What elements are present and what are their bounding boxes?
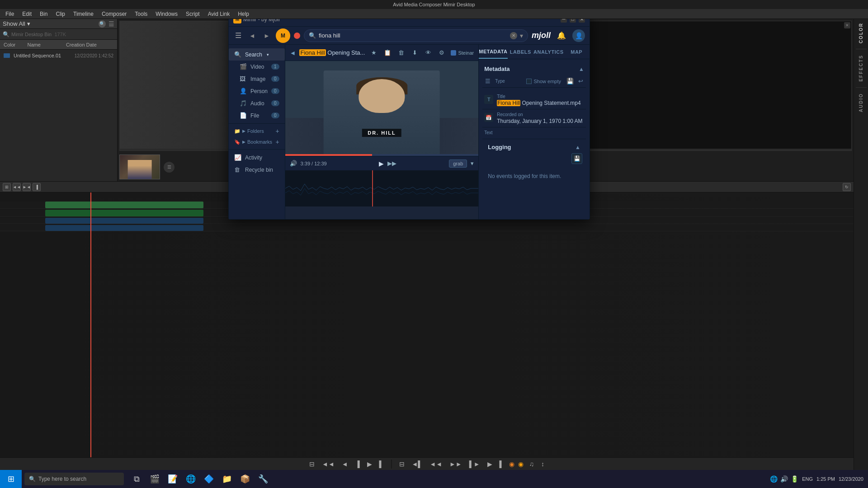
tl-ctrl-trimout[interactable]: ▌► — [467, 460, 482, 468]
expand-ctrl-btn[interactable]: ▾ — [471, 160, 474, 167]
result-star-btn[interactable]: ★ — [368, 47, 379, 58]
result-settings-btn[interactable]: ⚙ — [436, 47, 447, 58]
taskbar-icon-vscode[interactable]: 📝 — [165, 470, 181, 488]
menu-bin[interactable]: Bin — [36, 10, 51, 18]
mimir-center-logo-icon[interactable]: M — [276, 28, 290, 43]
mimir-video-preview[interactable]: DR. HILL — [285, 61, 479, 156]
search-input[interactable] — [319, 32, 507, 39]
play-btn[interactable]: ▶ — [379, 160, 384, 167]
search-clear-btn[interactable]: ✕ — [510, 32, 517, 39]
timeline-btn-loop[interactable]: ↻ — [843, 183, 851, 191]
add-folder-btn[interactable]: + — [275, 127, 279, 135]
video-progress-bar[interactable] — [285, 154, 479, 156]
tl-ctrl-grid[interactable]: ⊟ — [307, 460, 316, 468]
color-panel-label[interactable]: COLOR — [859, 19, 863, 47]
nav-video[interactable]: 🎬 Video 1 — [229, 61, 285, 73]
tl-ctrl-stepback2[interactable]: ◄◄ — [428, 460, 444, 468]
bin-search-btn[interactable]: 🔍 — [99, 20, 106, 28]
nav-bookmarks-header[interactable]: 🔖 ▶ Bookmarks + — [229, 136, 285, 147]
audio-panel-label[interactable]: AUDIO — [859, 89, 863, 116]
tab-labels[interactable]: LABELS — [508, 45, 534, 59]
taskbar-icon-file[interactable]: 📁 — [219, 470, 235, 488]
tl-ctrl-yellow[interactable]: ◉ — [518, 460, 524, 468]
menu-avidlink[interactable]: Avid Link — [204, 10, 233, 18]
nav-person[interactable]: 👤 Person 0 — [229, 85, 285, 97]
menu-windows[interactable]: Windows — [152, 10, 181, 18]
menu-script[interactable]: Script — [182, 10, 203, 18]
tab-map[interactable]: MAP — [563, 45, 590, 59]
nav-image[interactable]: 🖼 Image 0 — [229, 73, 285, 85]
hamburger-menu-icon[interactable]: ☰ — [233, 29, 243, 42]
bin-item[interactable]: Untitled Sequence.01 12/22/2020 1:42:52 — [2, 52, 115, 60]
taskbar-icon-app1[interactable]: 📦 — [237, 470, 253, 488]
back-btn[interactable]: ◄ — [247, 30, 258, 41]
taskbar-icon-edge[interactable]: 🔷 — [201, 470, 217, 488]
tab-metadata[interactable]: METADATA — [479, 45, 507, 59]
nav-search[interactable]: 🔍 Search ▾ — [229, 48, 285, 61]
tl-ctrl-markout2[interactable]: ▌ — [498, 460, 506, 468]
tl-ctrl-trimin[interactable]: ◄▌ — [410, 460, 425, 468]
tl-ctrl-prev[interactable]: ◄◄ — [320, 460, 336, 468]
result-eye-btn[interactable]: 👁 — [423, 47, 434, 58]
result-download-btn[interactable]: ⬇ — [409, 47, 420, 58]
taskbar-icon-app2[interactable]: 🔧 — [255, 470, 271, 488]
grab-btn[interactable]: grab — [449, 160, 467, 168]
forward-btn[interactable]: ► — [261, 30, 272, 41]
timeline-btn-3[interactable]: ►◄ — [23, 183, 31, 191]
meta-undo-btn[interactable]: ↩ — [577, 77, 584, 85]
tl-ctrl-orange[interactable]: ◉ — [509, 460, 514, 468]
result-copy-btn[interactable]: 📋 — [382, 47, 393, 58]
search-dropdown-btn[interactable]: ▾ — [520, 32, 523, 39]
result-delete-btn[interactable]: 🗑 — [396, 47, 406, 58]
logging-header[interactable]: Logging ▲ — [486, 141, 582, 153]
taskbar-icon-taskview[interactable]: ⧉ — [128, 470, 145, 488]
bin-showall[interactable]: Show All ▾ — [3, 20, 30, 27]
tab-analytics[interactable]: ANALYTICS — [533, 45, 563, 59]
nav-audio[interactable]: 🎵 Audio 0 — [229, 97, 285, 109]
add-bookmark-btn[interactable]: + — [275, 138, 279, 145]
tl-ctrl-play2[interactable]: ▶ — [486, 460, 494, 468]
menu-help[interactable]: Help — [234, 10, 253, 18]
fast-forward-btn[interactable]: ▶▶ — [387, 160, 396, 167]
nav-recycle-bin[interactable]: 🗑 Recycle bin — [229, 164, 285, 176]
clip-thumbnail[interactable] — [119, 155, 160, 179]
tl-ctrl-volume[interactable]: ↕ — [539, 460, 546, 468]
effects-panel-label[interactable]: EFFECTS — [859, 51, 863, 85]
tl-ctrl-play[interactable]: ▶ — [365, 460, 374, 468]
notification-btn[interactable]: 🔔 — [555, 29, 568, 42]
timeline-btn-4[interactable]: ▐ — [33, 183, 41, 191]
taskbar-icon-chrome[interactable]: 🌐 — [183, 470, 199, 488]
menu-edit[interactable]: Edit — [19, 10, 35, 18]
tl-ctrl-mark-in[interactable]: ▐ — [354, 460, 362, 468]
menu-composer[interactable]: Composer — [98, 10, 130, 18]
meta-show-empty[interactable]: Show empty — [526, 79, 561, 84]
mimir-search-bar[interactable]: 🔍 ✕ ▾ — [304, 29, 528, 42]
tl-ctrl-mark-out[interactable]: ▌ — [377, 460, 386, 468]
menu-tools[interactable]: Tools — [131, 10, 151, 18]
timeline-btn-1[interactable]: ⊞ — [3, 183, 11, 191]
meta-list-view-btn[interactable]: ☰ — [484, 77, 491, 85]
menu-file[interactable]: File — [2, 10, 18, 18]
meta-save-btn[interactable]: 💾 — [566, 77, 575, 85]
user-avatar-btn[interactable]: 👤 — [572, 29, 585, 42]
nav-file[interactable]: 📄 File 0 — [229, 109, 285, 122]
monitor-close-right-btn[interactable]: ✕ — [844, 22, 850, 28]
menu-timeline[interactable]: Timeline — [70, 10, 97, 18]
tl-ctrl-audio[interactable]: ♫ — [527, 460, 536, 468]
logging-save-btn[interactable]: 💾 — [571, 153, 582, 164]
bin-options-icon[interactable]: ☰ — [108, 20, 114, 28]
result-back-btn[interactable]: ◄ — [290, 49, 296, 56]
tl-ctrl-grid2[interactable]: ⊟ — [397, 460, 406, 468]
timeline-btn-2[interactable]: ◄◄ — [13, 183, 21, 191]
taskbar-icon-avid[interactable]: 🎬 — [146, 470, 163, 488]
tl-ctrl-stepback[interactable]: ◄ — [340, 460, 350, 468]
nav-folders-header[interactable]: 📁 ▶ Folders + — [229, 126, 285, 136]
tl-ctrl-stepfwd[interactable]: ►► — [448, 460, 464, 468]
start-button[interactable]: ⊞ — [0, 470, 22, 488]
nav-activity[interactable]: 📈 Activity — [229, 151, 285, 164]
menu-clip[interactable]: Clip — [52, 10, 69, 18]
taskbar-search[interactable]: 🔍 Type here to search — [24, 473, 124, 485]
show-empty-checkbox[interactable] — [526, 79, 532, 84]
metadata-section-header[interactable]: Metadata ▲ — [482, 63, 586, 75]
clip-options-btn[interactable]: ☰ — [164, 162, 175, 173]
